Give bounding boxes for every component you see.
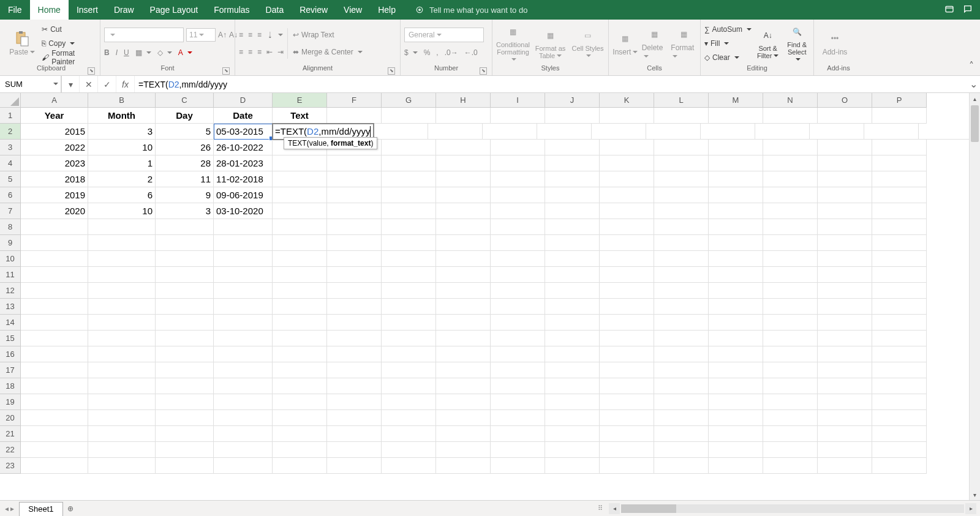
cell-F14[interactable] (327, 315, 382, 331)
cell-J23[interactable] (545, 458, 600, 474)
cell-K2[interactable] (646, 124, 701, 140)
cell-K21[interactable] (600, 426, 654, 442)
cell-M8[interactable] (709, 219, 763, 235)
cell-J13[interactable] (545, 299, 600, 315)
cell-B5[interactable]: 2 (88, 171, 156, 187)
cell-F10[interactable] (327, 251, 382, 267)
row-header-7[interactable]: 7 (0, 203, 21, 219)
cell-B6[interactable]: 6 (88, 187, 156, 203)
italic-button[interactable]: I (116, 46, 118, 59)
cell-C4[interactable]: 28 (156, 155, 214, 171)
cell-L14[interactable] (654, 315, 709, 331)
function-tooltip[interactable]: TEXT(value, format_text) (284, 137, 377, 149)
cell-B20[interactable] (88, 410, 156, 426)
cell-N13[interactable] (763, 299, 818, 315)
cell-B16[interactable] (88, 346, 156, 362)
cell-O8[interactable] (818, 219, 872, 235)
alignment-launcher[interactable]: ⬊ (388, 67, 395, 75)
cell-E17[interactable] (273, 362, 327, 378)
cell-M13[interactable] (709, 299, 763, 315)
column-header-E[interactable]: E (273, 93, 327, 108)
tab-draw[interactable]: Draw (106, 0, 142, 20)
cell-K17[interactable] (600, 362, 654, 378)
cell-P11[interactable] (872, 267, 927, 283)
cell-I11[interactable] (491, 267, 545, 283)
cell-P7[interactable] (872, 203, 927, 219)
cell-A9[interactable] (21, 235, 88, 251)
cell-G1[interactable] (382, 108, 436, 124)
cell-J17[interactable] (545, 362, 600, 378)
cell-D18[interactable] (214, 378, 273, 394)
cell-J19[interactable] (545, 394, 600, 410)
cell-A13[interactable] (21, 299, 88, 315)
grow-font-button[interactable]: A↑ (218, 28, 227, 42)
cell-M9[interactable] (709, 235, 763, 251)
cell-C2[interactable]: 5 (156, 124, 214, 140)
cell-P22[interactable] (872, 442, 927, 458)
column-header-D[interactable]: D (214, 93, 273, 108)
cell-I15[interactable] (491, 331, 545, 346)
cell-H13[interactable] (436, 299, 491, 315)
vscroll-thumb[interactable] (971, 105, 979, 142)
sheet-tab[interactable]: Sheet1 (19, 502, 62, 516)
cell-E7[interactable] (273, 203, 327, 219)
cell-H9[interactable] (436, 235, 491, 251)
cell-F8[interactable] (327, 219, 382, 235)
align-center-button[interactable]: ≡ (248, 45, 252, 59)
cell-H1[interactable] (436, 108, 491, 124)
row-header-14[interactable]: 14 (0, 315, 21, 331)
cell-A15[interactable] (21, 331, 88, 346)
cell-J2[interactable] (592, 124, 646, 140)
cell-O14[interactable] (818, 315, 872, 331)
cell-E18[interactable] (273, 378, 327, 394)
cell-M14[interactable] (709, 315, 763, 331)
cell-C9[interactable] (156, 235, 214, 251)
cell-A20[interactable] (21, 410, 88, 426)
cell-D9[interactable] (214, 235, 273, 251)
cell-K7[interactable] (600, 203, 654, 219)
cell-F5[interactable] (327, 171, 382, 187)
align-right-button[interactable]: ≡ (257, 45, 262, 59)
cell-C8[interactable] (156, 219, 214, 235)
cell-O20[interactable] (818, 410, 872, 426)
paste-button[interactable]: Paste (6, 31, 38, 56)
cell-D19[interactable] (214, 394, 273, 410)
cell-O3[interactable] (818, 140, 872, 155)
cell-O7[interactable] (818, 203, 872, 219)
cell-F18[interactable] (327, 378, 382, 394)
cell-M21[interactable] (709, 426, 763, 442)
cell-P5[interactable] (872, 171, 927, 187)
cell-C11[interactable] (156, 267, 214, 283)
cell-B1[interactable]: Month (88, 108, 156, 124)
cell-O21[interactable] (818, 426, 872, 442)
cell-L1[interactable] (654, 108, 709, 124)
cell-H18[interactable] (436, 378, 491, 394)
underline-button[interactable]: U (124, 46, 129, 59)
collapse-ribbon-button[interactable]: ˄ (969, 60, 974, 72)
autosum-button[interactable]: ∑ AutoSum (704, 23, 752, 36)
cell-B12[interactable] (88, 283, 156, 299)
cell-E8[interactable] (273, 219, 327, 235)
cell-G19[interactable] (382, 394, 436, 410)
tab-review[interactable]: Review (292, 0, 336, 20)
tab-view[interactable]: View (336, 0, 370, 20)
cell-L22[interactable] (654, 442, 709, 458)
cell-G13[interactable] (382, 299, 436, 315)
cell-H2[interactable] (483, 124, 537, 140)
cell-J5[interactable] (545, 171, 600, 187)
cell-F7[interactable] (327, 203, 382, 219)
name-box-dropdown-icon[interactable] (53, 83, 58, 88)
hscroll-thumb[interactable] (621, 504, 676, 513)
cell-C18[interactable] (156, 378, 214, 394)
enter-formula-button[interactable]: ✓ (98, 76, 116, 92)
cell-C10[interactable] (156, 251, 214, 267)
row-header-15[interactable]: 15 (0, 331, 21, 346)
cell-M5[interactable] (709, 171, 763, 187)
cell-P14[interactable] (872, 315, 927, 331)
cell-G9[interactable] (382, 235, 436, 251)
cell-H15[interactable] (436, 331, 491, 346)
cell-H16[interactable] (436, 346, 491, 362)
cell-N7[interactable] (763, 203, 818, 219)
cell-K22[interactable] (600, 442, 654, 458)
cell-A16[interactable] (21, 346, 88, 362)
